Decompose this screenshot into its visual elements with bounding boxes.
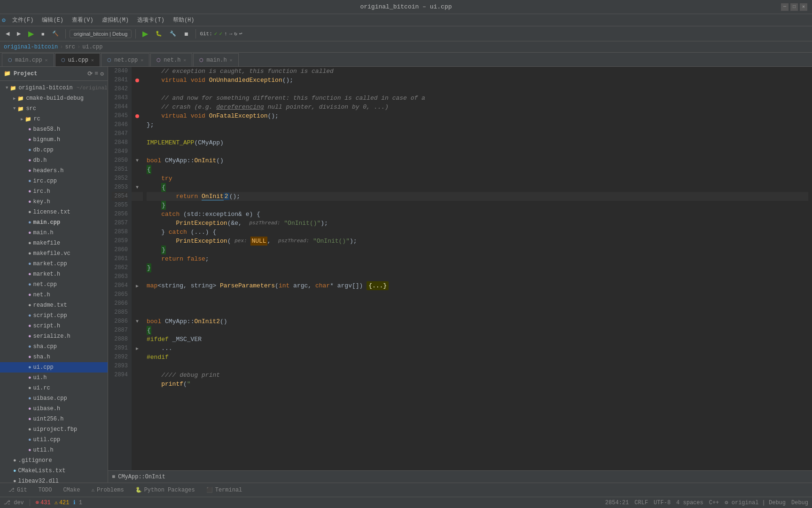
tree-item-script-cpp[interactable]: ● script.cpp: [0, 310, 108, 321]
bottom-tab-terminal[interactable]: ⬛ Terminal: [202, 484, 247, 497]
debug-status[interactable]: Debug: [791, 500, 808, 506]
run-btn[interactable]: ▶: [25, 28, 37, 39]
menu-tabs[interactable]: 选项卡(T): [133, 15, 168, 25]
build2-btn[interactable]: 🔧: [167, 30, 179, 38]
forward-btn[interactable]: ▶: [14, 30, 23, 38]
tree-item-market-cpp[interactable]: ● market.cpp: [0, 259, 108, 269]
minimize-btn[interactable]: ─: [781, 3, 789, 11]
tree-item-rc[interactable]: ▶ 📁 rc: [0, 114, 108, 124]
sidebar-settings-icon[interactable]: ⚙: [100, 70, 104, 78]
menu-virt[interactable]: 虚拟机(M): [98, 15, 133, 25]
error-count[interactable]: ⊗ 431: [36, 499, 51, 506]
indent-info[interactable]: 4 spaces: [676, 500, 703, 506]
debug-btn[interactable]: 🐛: [153, 30, 165, 38]
menu-edit[interactable]: 编辑(E): [38, 15, 67, 25]
git-status-bar[interactable]: ⎇ dev: [4, 499, 24, 506]
fold-2888[interactable]: ▶: [136, 346, 139, 351]
tree-item-uibase-cpp[interactable]: ● uibase.cpp: [0, 393, 108, 404]
tree-item-makefile-vc[interactable]: ● makefile.vc: [0, 248, 108, 259]
window-controls[interactable]: ─ □ ✕: [781, 3, 807, 11]
tree-item-serialize[interactable]: ● serialize.h: [0, 331, 108, 341]
maximize-btn[interactable]: □: [790, 3, 798, 11]
encoding[interactable]: UTF-8: [654, 500, 671, 506]
tree-item-script-h[interactable]: ● script.h: [0, 321, 108, 331]
breadcrumb-src[interactable]: src: [65, 44, 75, 50]
bottom-tab-git[interactable]: ⎇ Git: [4, 484, 32, 497]
tab-close-mainh[interactable]: ✕: [230, 57, 233, 63]
tree-item-irc-h[interactable]: ● irc.h: [0, 186, 108, 197]
tree-item-base58[interactable]: ● base58.h: [0, 124, 108, 135]
tree-item-gitignore[interactable]: ● .gitignore: [0, 455, 108, 466]
bottom-tab-problems[interactable]: ⚠ Problems: [86, 484, 128, 497]
tab-ui-cpp[interactable]: ⬡ ui.cpp ✕: [55, 53, 100, 66]
fold-2850[interactable]: ▼: [136, 158, 139, 163]
warning-count[interactable]: ⚠ 421: [55, 499, 70, 506]
tree-item-db-h[interactable]: ● db.h: [0, 155, 108, 166]
stop-btn[interactable]: ■: [39, 30, 47, 38]
bottom-tab-python[interactable]: 🐍 Python Packages: [131, 484, 200, 497]
tab-net-h[interactable]: ⬡ net.h ✕: [150, 53, 192, 66]
tree-item-root[interactable]: ▼ 📁 original-bitcoin ~/original-bitcoin: [0, 83, 108, 93]
tree-item-uint256[interactable]: ● uint256.h: [0, 414, 108, 424]
tree-item-libeay32[interactable]: ● libeay32.dll: [0, 476, 108, 483]
tab-net-cpp[interactable]: ⬡ net.cpp ✕: [101, 53, 149, 66]
stop2-btn[interactable]: ⏹: [181, 30, 192, 38]
line-ending[interactable]: CRLF: [634, 500, 648, 506]
tree-item-cmakelists[interactable]: ● CMakeLists.txt: [0, 466, 108, 476]
breadcrumb-file[interactable]: ui.cpp: [82, 44, 102, 50]
tree-item-main-cpp[interactable]: ● main.cpp: [0, 217, 108, 228]
tree-item-sha-cpp[interactable]: ● sha.cpp: [0, 341, 108, 352]
menu-file[interactable]: 文件(F): [8, 15, 38, 25]
tree-item-license[interactable]: ● license.txt: [0, 207, 108, 217]
tab-main-h[interactable]: ⬡ main.h ✕: [193, 53, 238, 66]
tree-item-key[interactable]: ● key.h: [0, 197, 108, 207]
tree-item-headers[interactable]: ● headers.h: [0, 166, 108, 176]
sidebar-refresh-icon[interactable]: ⟳: [87, 70, 93, 78]
tree-item-cmake-build[interactable]: ▶ 📁 cmake-build-debug: [0, 93, 108, 103]
language[interactable]: C++: [709, 500, 719, 506]
bottom-tab-cmake[interactable]: CMake: [58, 484, 85, 497]
build-config[interactable]: ⚙ original | Debug: [725, 499, 786, 506]
bottom-tab-todo[interactable]: TODO: [34, 484, 57, 497]
build-btn[interactable]: 🔨: [49, 30, 62, 38]
tree-item-makefile[interactable]: ● makefile: [0, 238, 108, 248]
breadcrumb-project[interactable]: original-bitcoin: [4, 44, 58, 50]
tree-item-readme[interactable]: ● readme.txt: [0, 300, 108, 310]
cursor-position[interactable]: 2854:21: [605, 500, 629, 506]
fold-2853[interactable]: ▼: [136, 185, 139, 190]
tab-close-ui[interactable]: ✕: [91, 57, 94, 63]
tree-item-uiproject[interactable]: ● uiproject.fbp: [0, 424, 108, 435]
tab-main-cpp[interactable]: ⬡ main.cpp ✕: [2, 53, 54, 66]
tree-item-util-cpp[interactable]: ● util.cpp: [0, 435, 108, 445]
tree-item-net-cpp[interactable]: ● net.cpp: [0, 279, 108, 290]
tree-item-main-h[interactable]: ● main.h: [0, 228, 108, 238]
tree-item-ui-rc[interactable]: ● ui.rc: [0, 383, 108, 393]
run-config-btn[interactable]: ▶: [140, 28, 151, 39]
tree-item-net-h[interactable]: ● net.h: [0, 290, 108, 300]
tree-item-irc-cpp[interactable]: ● irc.cpp: [0, 176, 108, 186]
code-content[interactable]: // exception is caught, this function is…: [143, 67, 812, 470]
info-count[interactable]: ℹ 1: [73, 499, 82, 506]
tree-item-bignum[interactable]: ● bignum.h: [0, 135, 108, 145]
tab-close-net[interactable]: ✕: [141, 57, 143, 63]
tree-item-sha-h[interactable]: ● sha.h: [0, 352, 108, 362]
fold-2864[interactable]: ▶: [136, 283, 139, 289]
tree-item-ui-cpp[interactable]: ● ui.cpp: [0, 362, 108, 373]
sidebar: 📁 Project ⟳ ≡ ⚙ ▼ 📁 original-bitcoin ~/o…: [0, 67, 108, 483]
fold-2885[interactable]: ▼: [136, 319, 139, 324]
tab-close-neth[interactable]: ✕: [183, 57, 186, 63]
tree-item-uibase-h[interactable]: ● uibase.h: [0, 404, 108, 414]
sidebar-collapse-icon[interactable]: ≡: [94, 70, 98, 78]
tab-close-main[interactable]: ✕: [45, 57, 48, 63]
tree-label-cmake: cmake-build-debug: [26, 95, 83, 102]
tree-item-db-cpp[interactable]: ● db.cpp: [0, 145, 108, 155]
tree-item-src[interactable]: ▼ 📁 src: [0, 103, 108, 114]
menu-help[interactable]: 帮助(H): [169, 15, 198, 25]
tree-item-ui-h[interactable]: ● ui.h: [0, 373, 108, 383]
close-btn[interactable]: ✕: [800, 3, 807, 11]
back-btn[interactable]: ◀: [3, 30, 12, 38]
menu-view[interactable]: 查看(V): [68, 15, 97, 25]
tree-item-market-h[interactable]: ● market.h: [0, 269, 108, 279]
tree-item-util-h[interactable]: ● util.h: [0, 445, 108, 455]
branch-selector[interactable]: original_bitcoin | Debug: [70, 30, 132, 38]
